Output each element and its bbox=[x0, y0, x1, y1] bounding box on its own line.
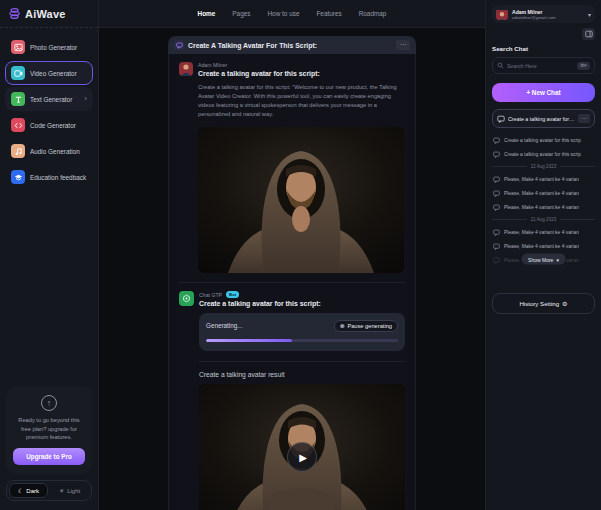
pause-generating-button[interactable]: ⊗ Pause generating bbox=[334, 320, 398, 332]
search-input[interactable] bbox=[507, 63, 574, 69]
sidebar-item-text-generator[interactable]: Text Generator › bbox=[5, 87, 93, 111]
active-chat-label: Create a talking avatar for this bbox=[508, 116, 575, 122]
chat-icon bbox=[493, 204, 500, 211]
graduation-cap-icon bbox=[11, 170, 25, 184]
chat-history-item[interactable]: Please, Make 4 variant ke 4 varian bbox=[492, 239, 595, 253]
chevron-right-icon: › bbox=[84, 95, 87, 103]
upgrade-to-pro-button[interactable]: Upgrade to Pro bbox=[13, 448, 85, 465]
chat-icon bbox=[493, 229, 500, 236]
gear-icon: ⚙ bbox=[562, 300, 567, 307]
panel-icon bbox=[585, 30, 593, 38]
moon-icon: ☾ bbox=[18, 487, 23, 494]
chat-thread-title: Create A Talking Avatar For This Script: bbox=[188, 42, 317, 49]
chevron-down-icon: ▾ bbox=[556, 256, 559, 262]
chat-icon bbox=[493, 190, 500, 197]
new-chat-label: New Chat bbox=[532, 89, 561, 96]
sidebar-item-label: Education feedback bbox=[30, 174, 86, 181]
theme-light-label: Light bbox=[67, 488, 80, 494]
sidebar-item-audio-generation[interactable]: Audio Generation bbox=[5, 139, 93, 163]
chat-thread: Create A Talking Avatar For This Script:… bbox=[168, 36, 416, 510]
user-avatar bbox=[496, 8, 508, 20]
history-date-divider: 21 Aug 2023 bbox=[492, 217, 595, 222]
nav-features[interactable]: Features bbox=[316, 10, 341, 17]
chatbot-icon bbox=[179, 291, 194, 306]
bot-badge: Bot bbox=[226, 291, 239, 298]
play-button[interactable]: ▶ bbox=[287, 442, 317, 472]
center-column: Home Pages How to use Features Roadmap C… bbox=[99, 0, 485, 510]
collapse-panel-button[interactable] bbox=[582, 28, 595, 40]
chat-thread-header: Create A Talking Avatar For This Script:… bbox=[168, 36, 416, 54]
chat-history-item[interactable]: Create a talking avatar for this scrip bbox=[492, 133, 595, 147]
play-icon: ▶ bbox=[299, 452, 307, 463]
nav-pages[interactable]: Pages bbox=[232, 10, 250, 17]
new-chat-button[interactable]: + New Chat bbox=[492, 83, 595, 102]
search-chat-title: Search Chat bbox=[492, 45, 595, 52]
upgrade-card: ↑ Ready to go beyond this free plan? upg… bbox=[6, 386, 92, 474]
search-shortcut-badge: ⌘F bbox=[577, 62, 590, 70]
theme-dark-button[interactable]: ☾ Dark bbox=[9, 483, 48, 498]
user-message-meta: Adam Milner Create a talking avatar for … bbox=[198, 62, 320, 77]
search-box: ⌘F bbox=[492, 57, 595, 74]
progress-fill bbox=[206, 339, 292, 343]
chat-history-label: Create a talking avatar for this scrip bbox=[504, 138, 581, 143]
show-more-wrap: Please, Make 4 variant ke 4 varian Show … bbox=[492, 253, 595, 267]
show-more-label: Show More bbox=[528, 256, 553, 262]
search-icon bbox=[497, 62, 504, 69]
chat-main: Create A Talking Avatar For This Script:… bbox=[99, 28, 485, 510]
chat-icon bbox=[497, 115, 505, 123]
sidebar-item-education-feedback[interactable]: Education feedback bbox=[5, 165, 93, 189]
chat-history-item[interactable]: Create a talking avatar for this scrip bbox=[492, 147, 595, 161]
thread-menu-button[interactable]: ⋯ bbox=[396, 40, 410, 50]
sidebar-item-photo-generator[interactable]: Photo Generator bbox=[5, 35, 93, 59]
user-message-body: Create a talking avatar for this script:… bbox=[198, 83, 406, 120]
generating-box: Generating... ⊗ Pause generating bbox=[199, 313, 405, 352]
chat-icon bbox=[493, 176, 500, 183]
chat-history-label: Please, Make 4 variant ke 4 varian bbox=[504, 205, 579, 210]
chat-icon bbox=[493, 257, 500, 264]
user-account-menu[interactable]: Adam Milner adamilner@gmail.com ▾ bbox=[492, 5, 595, 23]
user-message-head: Adam Milner Create a talking avatar for … bbox=[179, 62, 405, 77]
bot-message-title: Create a talking avatar for this script: bbox=[199, 300, 321, 307]
chat-history-item[interactable]: Please, Make 4 variant ke 4 varian bbox=[492, 225, 595, 239]
result-label: Create a talking avatar result bbox=[199, 371, 405, 378]
user-message: Adam Milner Create a talking avatar for … bbox=[179, 62, 405, 273]
history-setting-button[interactable]: History Setting ⚙ bbox=[492, 293, 595, 314]
theme-light-button[interactable]: ☀ Light bbox=[50, 483, 89, 498]
chat-item-menu-button[interactable]: ⋯ bbox=[578, 114, 590, 123]
history-date: 21 Aug 2023 bbox=[531, 217, 556, 222]
aiwave-logo-icon bbox=[8, 7, 21, 20]
app-root: AiWave Photo Generator Video Generator T… bbox=[0, 0, 601, 510]
sidebar-item-video-generator[interactable]: Video Generator bbox=[5, 61, 93, 85]
nav-home[interactable]: Home bbox=[198, 10, 216, 17]
chat-history-item[interactable]: Please, Make 4 variant ke 4 varian bbox=[492, 186, 595, 200]
brand[interactable]: AiWave bbox=[0, 0, 98, 28]
nav-how-to-use[interactable]: How to use bbox=[267, 10, 299, 17]
generating-label: Generating... bbox=[206, 322, 242, 329]
history-setting-label: History Setting bbox=[519, 300, 559, 307]
active-chat-item[interactable]: Create a talking avatar for this ⋯ bbox=[492, 109, 595, 128]
bot-message: Chat GTP Bot Create a talking avatar for… bbox=[179, 282, 405, 510]
chat-history-item[interactable]: Please, Make 4 variant ke 4 varian bbox=[492, 200, 595, 214]
theme-toggle: ☾ Dark ☀ Light bbox=[6, 480, 92, 501]
cancel-circle-icon: ⊗ bbox=[340, 323, 345, 329]
top-navbar: Home Pages How to use Features Roadmap bbox=[99, 0, 485, 28]
nav-roadmap[interactable]: Roadmap bbox=[359, 10, 387, 17]
video-icon bbox=[11, 66, 25, 80]
chat-icon bbox=[493, 137, 500, 144]
sidebar-item-code-generator[interactable]: Code Generator bbox=[5, 113, 93, 137]
chat-history-item[interactable]: Please, Make 4 variant ke 4 varian bbox=[492, 172, 595, 186]
generator-menu: Photo Generator Video Generator Text Gen… bbox=[0, 28, 98, 196]
sun-icon: ☀ bbox=[59, 487, 64, 494]
user-email: adamilner@gmail.com bbox=[512, 15, 556, 20]
chat-icon bbox=[493, 243, 500, 250]
chat-icon bbox=[493, 151, 500, 158]
sidebar-item-label: Code Generator bbox=[30, 122, 76, 129]
conversation: Adam Milner Create a talking avatar for … bbox=[168, 54, 416, 510]
music-icon bbox=[11, 144, 25, 158]
user-info: Adam Milner adamilner@gmail.com bbox=[512, 9, 556, 20]
user-message-author: Adam Milner bbox=[198, 62, 320, 68]
sidebar-item-label: Photo Generator bbox=[30, 44, 77, 51]
show-more-button[interactable]: Show More ▾ bbox=[521, 254, 566, 265]
chevron-down-icon: ▾ bbox=[588, 11, 591, 18]
history-date: 22 Aug 2023 bbox=[531, 164, 556, 169]
